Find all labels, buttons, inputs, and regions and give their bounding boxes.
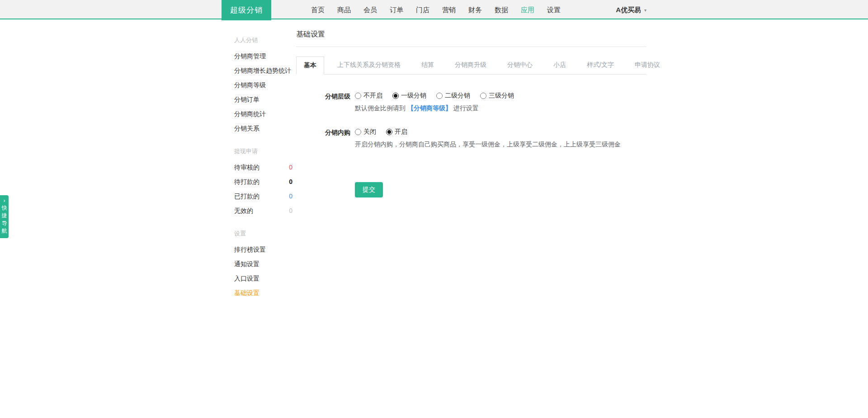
radio-option-open[interactable]: 开启 [386, 128, 407, 136]
radio-option-level3[interactable]: 三级分销 [480, 92, 514, 100]
sidebar-item-distributor-management[interactable]: 分销商管理 [234, 49, 296, 63]
pending-review-count: 0 [289, 160, 292, 174]
nav-item-finance[interactable]: 财务 [468, 6, 482, 14]
tab-style-text[interactable]: 样式/文字 [579, 56, 622, 74]
sidebar-section-settings: 设置 排行榜设置 通知设置 入口设置 基础设置 [234, 227, 296, 300]
sidebar-item-distribution-orders[interactable]: 分销订单 [234, 92, 296, 107]
sidebar-section-header: 设置 [234, 227, 296, 240]
tab-application-agreement[interactable]: 申请协议 [627, 56, 668, 74]
tab-distributor-upgrade[interactable]: 分销商升级 [447, 56, 494, 74]
sidebar-item-pending-payment[interactable]: 待打款的 0 [234, 174, 296, 189]
tab-bar: 基本 上下线关系及分销资格 结算 分销商升级 分销中心 小店 样式/文字 申请协… [296, 56, 646, 75]
chevron-right-icon: › [0, 197, 9, 204]
sidebar-section-header: 提现申请 [234, 145, 296, 158]
field-label: 分销内购 [296, 128, 355, 149]
sidebar-item-invalid[interactable]: 无效的 0 [234, 203, 296, 218]
content-container: 人人分销 分销商管理 分销商增长趋势统计 分销商等级 分销订单 分销商统计 分销… [222, 19, 646, 309]
sidebar: 人人分销 分销商管理 分销商增长趋势统计 分销商等级 分销订单 分销商统计 分销… [222, 27, 296, 309]
topbar-inner: 超级分销 首页 商品 会员 订单 门店 营销 财务 数据 应用 设置 A优买易 … [222, 0, 646, 20]
quick-nav-toggle[interactable]: › 快 捷 导 航 [0, 195, 9, 238]
tab-relations-qualification[interactable]: 上下线关系及分销资格 [330, 56, 408, 74]
sidebar-section-distribution: 人人分销 分销商管理 分销商增长趋势统计 分销商等级 分销订单 分销商统计 分销… [234, 33, 296, 136]
chevron-down-icon: ▾ [644, 8, 646, 13]
sidebar-item-distributor-stats[interactable]: 分销商统计 [234, 107, 296, 121]
sidebar-item-entry-settings[interactable]: 入口设置 [234, 271, 296, 286]
sidebar-item-distribution-relations[interactable]: 分销关系 [234, 121, 296, 136]
invalid-count: 0 [289, 203, 292, 218]
distribution-level-help: 默认佣金比例请到 【分销商等级】 进行设置 [355, 103, 646, 113]
quick-nav-char: 快 [0, 204, 9, 212]
nav-item-marketing[interactable]: 营销 [442, 6, 456, 14]
app-logo[interactable]: 超级分销 [222, 0, 271, 20]
basic-settings-form: 分销层级 不开启 一级分销 二级分销 [296, 92, 646, 197]
radio-option-level1[interactable]: 一级分销 [392, 92, 426, 100]
top-navigation: 首页 商品 会员 订单 门店 营销 财务 数据 应用 设置 [311, 0, 561, 20]
sidebar-item-basic-settings[interactable]: 基础设置 [234, 286, 296, 300]
radio-option-off[interactable]: 不开启 [355, 92, 382, 100]
nav-item-data[interactable]: 数据 [495, 6, 508, 14]
field-label: 分销层级 [296, 92, 355, 113]
distributor-level-link[interactable]: 【分销商等级】 [407, 104, 452, 112]
nav-item-home[interactable]: 首页 [311, 6, 325, 14]
distribution-level-radio-group: 不开启 一级分销 二级分销 三级分销 [355, 92, 646, 100]
internal-purchase-help: 开启分销内购，分销商自己购买商品，享受一级佣金，上级享受二级佣金，上上级享受三级… [355, 140, 646, 149]
page-title: 基础设置 [296, 27, 646, 47]
sidebar-item-notification-settings[interactable]: 通知设置 [234, 257, 296, 271]
user-menu[interactable]: A优买易 ▾ [616, 0, 646, 20]
topbar: 超级分销 首页 商品 会员 订单 门店 营销 财务 数据 应用 设置 A优买易 … [0, 0, 868, 19]
sidebar-item-pending-review[interactable]: 待审核的 0 [234, 160, 296, 174]
submit-button[interactable]: 提交 [355, 182, 383, 197]
radio-input[interactable] [355, 129, 361, 135]
pending-payment-count: 0 [289, 174, 292, 189]
radio-input[interactable] [436, 93, 443, 99]
sidebar-item-ranking-settings[interactable]: 排行榜设置 [234, 242, 296, 257]
tab-basic[interactable]: 基本 [296, 56, 324, 75]
paid-count: 0 [289, 189, 292, 203]
radio-option-closed[interactable]: 关闭 [355, 128, 376, 136]
radio-input[interactable] [392, 93, 399, 99]
user-name: A优买易 [616, 6, 641, 14]
sidebar-section-withdrawals: 提现申请 待审核的 0 待打款的 0 已打款的 0 无效的 0 [234, 145, 296, 218]
quick-nav-char: 导 [0, 220, 9, 227]
tab-settlement[interactable]: 结算 [414, 56, 442, 74]
nav-item-stores[interactable]: 门店 [416, 6, 429, 14]
nav-item-members[interactable]: 会员 [363, 6, 377, 14]
nav-item-goods[interactable]: 商品 [337, 6, 351, 14]
radio-input[interactable] [355, 93, 361, 99]
nav-item-apps[interactable]: 应用 [521, 6, 534, 14]
quick-nav-char: 捷 [0, 212, 9, 220]
sidebar-item-distributor-level[interactable]: 分销商等级 [234, 78, 296, 92]
quick-nav-char: 航 [0, 227, 9, 235]
sidebar-section-header: 人人分销 [234, 33, 296, 47]
tab-small-shop[interactable]: 小店 [546, 56, 574, 74]
radio-input[interactable] [480, 93, 486, 99]
internal-purchase-radio-group: 关闭 开启 [355, 128, 646, 136]
tab-distribution-center[interactable]: 分销中心 [500, 56, 540, 74]
form-row-distribution-level: 分销层级 不开启 一级分销 二级分销 [296, 92, 646, 113]
radio-input[interactable] [386, 129, 392, 135]
nav-item-orders[interactable]: 订单 [390, 6, 403, 14]
main-panel: 基础设置 基本 上下线关系及分销资格 结算 分销商升级 分销中心 小店 样式/文… [296, 27, 646, 197]
radio-option-level2[interactable]: 二级分销 [436, 92, 470, 100]
sidebar-item-paid[interactable]: 已打款的 0 [234, 189, 296, 203]
nav-item-settings[interactable]: 设置 [547, 6, 561, 14]
sidebar-item-growth-trend-stats[interactable]: 分销商增长趋势统计 [234, 63, 296, 78]
form-row-internal-purchase: 分销内购 关闭 开启 开启分销内购，分销商自己购买商品，享受一级佣金，上级享受二… [296, 128, 646, 149]
